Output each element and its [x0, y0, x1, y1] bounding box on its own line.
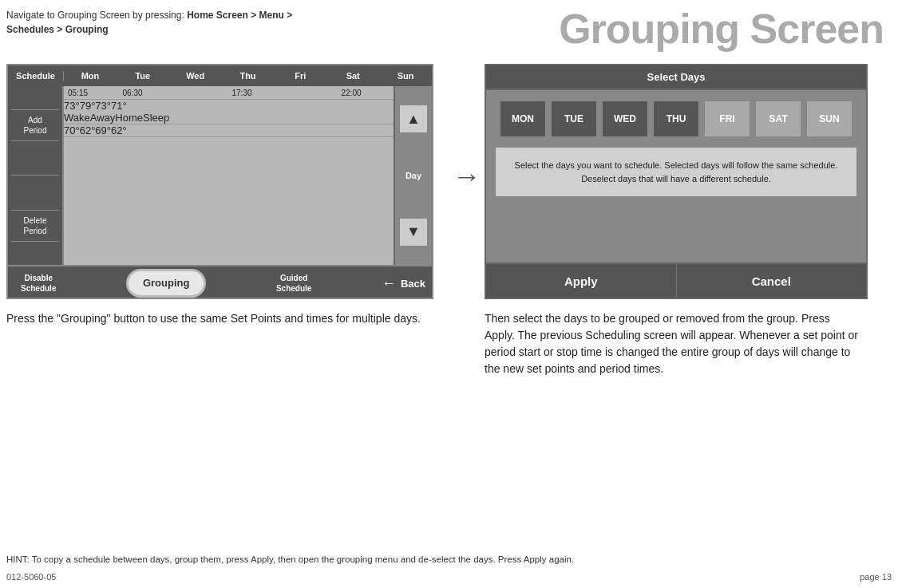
- day-thu: Thu: [222, 71, 275, 81]
- time-4: 17:30: [230, 89, 285, 97]
- right-column: Select Days MON TUE WED THU FRI SAT SUN …: [485, 64, 884, 377]
- footer-bar: 012-5060-05 page 13: [6, 572, 892, 582]
- grouping-btn[interactable]: Grouping: [126, 269, 207, 298]
- scroll-day-label: Day: [405, 171, 421, 180]
- schedule-scroll: ▲ Day ▼: [394, 86, 432, 265]
- schedule-label: Schedule: [8, 71, 64, 81]
- select-description: Select the days you want to schedule. Se…: [496, 148, 856, 196]
- scroll-down-btn[interactable]: ▼: [399, 218, 428, 247]
- schedule-header: Schedule Mon Tue Wed Thu Fri Sat Sun: [8, 65, 432, 86]
- left-description: Press the "Grouping" button to use the s…: [6, 310, 421, 327]
- day-btn-wed[interactable]: WED: [603, 101, 647, 136]
- period-1-temps: 73° 79° 73° 71°: [64, 100, 394, 112]
- thermostat-screen: Schedule Mon Tue Wed Thu Fri Sat Sun Add…: [6, 64, 433, 299]
- temp-1-4: 71°: [111, 100, 127, 112]
- select-days-screen: Select Days MON TUE WED THU FRI SAT SUN …: [485, 64, 868, 299]
- apply-btn[interactable]: Apply: [486, 264, 676, 298]
- day-btn-fri[interactable]: FRI: [705, 101, 750, 136]
- select-days-footer: Apply Cancel: [486, 262, 866, 298]
- schedule-bottom: DisableSchedule Grouping GuidedSchedule …: [8, 265, 432, 299]
- time-row: 05:15 06:30 17:30 22:00: [64, 86, 394, 100]
- footer-left: 012-5060-05: [6, 572, 56, 582]
- temp-2-2: 62°: [80, 124, 96, 136]
- arrow-icon: →: [449, 64, 485, 377]
- temp-2-1: 70°: [64, 124, 80, 136]
- back-label: Back: [401, 278, 425, 290]
- time-5: [284, 89, 339, 97]
- footer-right: page 13: [860, 572, 892, 582]
- main-content: Schedule Mon Tue Wed Thu Fri Sat Sun Add…: [0, 49, 898, 377]
- period-2-temps: 70° 62° 69° 62°: [64, 124, 394, 136]
- scroll-up-btn[interactable]: ▲: [399, 105, 428, 133]
- name-1-3: Home: [115, 112, 143, 124]
- time-2: 06:30: [121, 89, 176, 97]
- day-sat: Sat: [326, 71, 379, 81]
- disable-schedule-btn[interactable]: DisableSchedule: [14, 273, 62, 294]
- left-column: Schedule Mon Tue Wed Thu Fri Sat Sun Add…: [6, 64, 449, 377]
- days-row: MON TUE WED THU FRI SAT SUN: [496, 101, 856, 136]
- day-sun: Sun: [379, 71, 432, 81]
- schedule-actions: AddPeriod DeletePeriod: [8, 86, 64, 265]
- day-tue: Tue: [117, 71, 169, 81]
- time-1: 05:15: [65, 89, 121, 97]
- select-days-body: MON TUE WED THU FRI SAT SUN Select the d…: [486, 90, 866, 203]
- time-3: [175, 89, 230, 97]
- temp-1-1: 73°: [64, 100, 80, 112]
- day-btn-tue[interactable]: TUE: [552, 101, 596, 136]
- period-1-names: Wake Away Home Sleep: [64, 112, 394, 124]
- nav-prefix: Navigate to Grouping Screen by pressing:: [6, 10, 184, 21]
- nav-text: Navigate to Grouping Screen by pressing:…: [6, 8, 294, 37]
- right-description: Then select the days to be grouped or re…: [485, 310, 860, 377]
- select-days-header: Select Days: [486, 65, 866, 90]
- delete-period-btn[interactable]: DeletePeriod: [11, 210, 59, 242]
- day-btn-sat[interactable]: SAT: [756, 101, 801, 136]
- name-1-4: Sleep: [143, 112, 169, 124]
- day-wed: Wed: [169, 71, 222, 81]
- schedule-body: AddPeriod DeletePeriod 05:15 06:30 17:30…: [8, 86, 432, 265]
- day-btn-sun[interactable]: SUN: [807, 101, 852, 136]
- period-1: 73° 79° 73° 71° Wake Away Home Sleep: [64, 100, 394, 124]
- cancel-btn[interactable]: Cancel: [676, 264, 867, 298]
- back-arrow-icon: ←: [382, 275, 396, 292]
- header: Navigate to Grouping Screen by pressing:…: [0, 0, 898, 49]
- period-2: 70° 62° 69° 62°: [64, 124, 394, 137]
- page-title: Grouping Screen: [559, 8, 884, 49]
- temp-1-2: 79°: [80, 100, 96, 112]
- guided-schedule-btn[interactable]: GuidedSchedule: [270, 273, 318, 294]
- name-1-1: Wake: [64, 112, 90, 124]
- time-6: 22:00: [339, 89, 394, 97]
- day-btn-mon[interactable]: MON: [500, 101, 545, 136]
- temp-2-4: 62°: [111, 124, 127, 136]
- day-btn-thu[interactable]: THU: [654, 101, 698, 136]
- day-mon: Mon: [64, 71, 117, 81]
- hint-bar: HINT: To copy a schedule between days, g…: [6, 554, 892, 564]
- temp-2-3: 69°: [95, 124, 111, 136]
- back-btn[interactable]: ← Back: [382, 275, 425, 292]
- add-period-btn[interactable]: AddPeriod: [11, 109, 59, 141]
- schedule-grid: 05:15 06:30 17:30 22:00 73° 79° 73°: [64, 86, 394, 265]
- day-fri: Fri: [274, 71, 326, 81]
- name-1-2: Away: [90, 112, 116, 124]
- temp-1-3: 73°: [95, 100, 111, 112]
